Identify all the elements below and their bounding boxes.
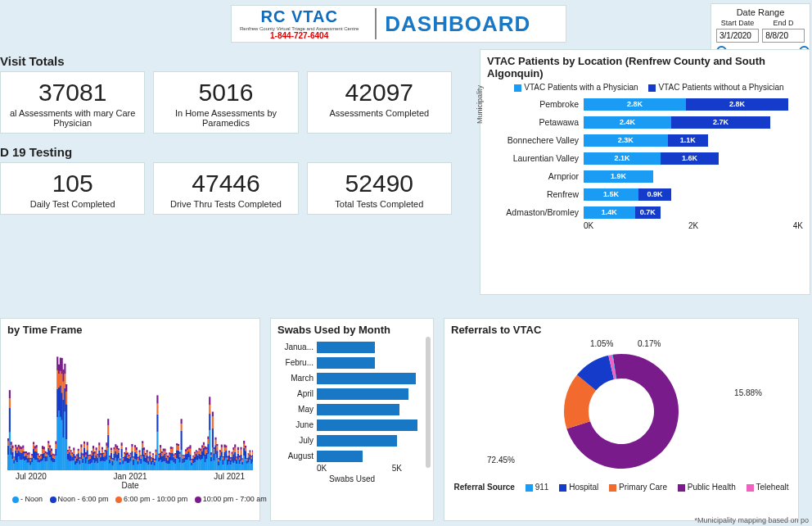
svg-rect-297 <box>118 452 120 458</box>
dashboard-title: DASHBOARD <box>385 11 530 37</box>
svg-rect-69 <box>33 448 34 458</box>
svg-rect-35 <box>20 447 21 450</box>
svg-rect-475 <box>183 455 185 456</box>
svg-rect-368 <box>145 462 147 470</box>
svg-rect-163 <box>67 450 69 451</box>
svg-rect-422 <box>164 451 165 454</box>
svg-rect-519 <box>200 449 201 451</box>
svg-rect-65 <box>31 458 33 462</box>
svg-rect-345 <box>136 454 138 460</box>
svg-rect-87 <box>38 456 40 457</box>
svg-rect-371 <box>145 453 147 455</box>
svg-rect-169 <box>70 456 72 461</box>
referrals-legend: Referral Source 911 Hospital Primary Car… <box>451 483 792 492</box>
svg-rect-479 <box>185 449 187 451</box>
svg-rect-86 <box>38 457 40 460</box>
swabs-scrollbar[interactable] <box>426 337 431 468</box>
timeframe-title: by Time Frame <box>7 324 253 336</box>
svg-rect-97 <box>43 453 45 459</box>
svg-rect-391 <box>152 453 154 455</box>
svg-rect-446 <box>173 456 174 457</box>
svg-rect-26 <box>16 450 18 453</box>
timeframe-xticks: Jul 2020 Jan 2021 Jul 2021 <box>16 472 245 481</box>
svg-rect-288 <box>115 458 116 470</box>
svg-rect-11 <box>11 442 12 445</box>
svg-rect-464 <box>181 450 183 470</box>
svg-rect-351 <box>138 457 139 459</box>
svg-rect-600 <box>232 462 233 470</box>
svg-rect-521 <box>201 451 203 459</box>
svg-rect-300 <box>120 465 121 470</box>
svg-rect-246 <box>98 446 100 451</box>
svg-rect-459 <box>178 444 179 446</box>
svg-rect-386 <box>151 459 152 461</box>
svg-rect-257 <box>103 456 105 461</box>
svg-rect-453 <box>176 450 178 458</box>
start-date-input[interactable] <box>716 29 759 43</box>
svg-rect-80 <box>37 462 38 470</box>
svg-rect-196 <box>80 459 82 470</box>
swabs-title: Swabs Used by Month <box>277 324 426 336</box>
svg-rect-232 <box>94 463 96 470</box>
end-date-input[interactable] <box>762 29 805 43</box>
svg-rect-121 <box>52 458 54 462</box>
svg-rect-425 <box>165 458 167 464</box>
svg-rect-455 <box>176 443 178 446</box>
svg-rect-568 <box>219 460 221 470</box>
svg-rect-265 <box>106 450 107 460</box>
svg-rect-183 <box>74 456 76 458</box>
svg-rect-491 <box>189 445 191 448</box>
svg-rect-400 <box>156 432 158 470</box>
svg-rect-218 <box>88 456 89 460</box>
patients-by-location-card[interactable]: VTAC Patients by Location (Renfrew Count… <box>480 49 810 295</box>
svg-rect-245 <box>98 451 100 458</box>
svg-rect-238 <box>96 450 97 455</box>
svg-rect-485 <box>188 451 190 457</box>
svg-rect-535 <box>206 447 208 450</box>
svg-rect-0 <box>7 455 9 470</box>
svg-rect-343 <box>134 445 136 447</box>
svg-rect-578 <box>223 457 224 460</box>
svg-rect-404 <box>158 461 160 470</box>
svg-rect-515 <box>198 448 200 451</box>
svg-rect-6 <box>9 398 11 408</box>
svg-rect-653 <box>250 459 252 464</box>
location-chart-axis: 0K 2K 4K <box>584 221 803 230</box>
svg-rect-350 <box>138 459 139 461</box>
svg-rect-231 <box>92 446 94 449</box>
svg-rect-339 <box>133 456 134 457</box>
svg-rect-614 <box>236 458 237 460</box>
svg-rect-43 <box>22 446 24 448</box>
svg-rect-396 <box>156 460 157 470</box>
swabs-card[interactable]: Swabs Used by Month Janua...Febru...Marc… <box>270 318 434 521</box>
svg-rect-239 <box>96 447 97 450</box>
svg-rect-358 <box>140 456 142 459</box>
svg-rect-147 <box>61 358 63 374</box>
svg-rect-307 <box>121 442 123 446</box>
svg-rect-367 <box>143 447 145 450</box>
svg-rect-57 <box>29 458 30 463</box>
swabs-xlabel: Swabs Used <box>277 474 426 483</box>
svg-rect-314 <box>124 454 125 456</box>
svg-rect-586 <box>225 447 227 451</box>
svg-rect-50 <box>25 453 27 456</box>
svg-rect-267 <box>106 442 107 446</box>
svg-rect-575 <box>221 445 223 448</box>
svg-rect-153 <box>64 388 65 412</box>
svg-rect-557 <box>214 445 216 454</box>
svg-rect-364 <box>143 461 145 470</box>
svg-rect-4 <box>9 433 11 470</box>
svg-rect-112 <box>49 457 51 470</box>
svg-rect-41 <box>22 451 24 460</box>
svg-rect-333 <box>131 451 133 458</box>
timeframe-card[interactable]: by Time Frame Jul 2020 Jan 2021 Jul 2021… <box>0 318 260 521</box>
svg-rect-652 <box>250 464 252 470</box>
svg-rect-117 <box>51 455 52 461</box>
svg-rect-27 <box>16 447 18 450</box>
svg-rect-373 <box>147 455 148 463</box>
svg-rect-90 <box>40 456 42 459</box>
referrals-card[interactable]: Referrals to VTAC 72.45% 15.88% 1.05% 0.… <box>444 318 799 521</box>
svg-rect-211 <box>85 452 87 455</box>
svg-rect-388 <box>152 462 154 470</box>
svg-rect-490 <box>189 449 191 455</box>
